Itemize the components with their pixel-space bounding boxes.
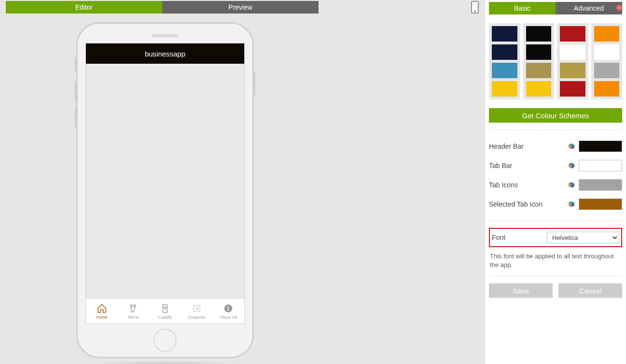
colour-row-label: Tab Bar (489, 162, 568, 169)
colour-chip[interactable] (579, 179, 622, 191)
app-tab-bar: Home Menu Loyalty % Coupons (86, 298, 244, 323)
phone-screen: businessapp Home Menu Loya (85, 43, 245, 324)
tab-advanced[interactable]: Advanced (556, 2, 622, 14)
tab-basic[interactable]: Basic (489, 2, 556, 14)
colour-row-tab-bar: Tab Bar (489, 156, 622, 175)
font-select[interactable]: Helvetica (547, 232, 619, 243)
cancel-button[interactable]: Cancel (558, 283, 622, 298)
panel-actions: Save Cancel (489, 283, 622, 298)
app-tab-menu[interactable]: Menu (118, 299, 150, 323)
scheme-swatch (492, 44, 517, 60)
scheme-swatch (560, 81, 585, 97)
app-content-area (86, 64, 244, 298)
scheme-swatch (594, 63, 620, 78)
phone-preview: businessapp Home Menu Loya (76, 22, 254, 360)
main-area: Editor Preview businessapp Home (0, 0, 485, 364)
font-help-text: This font will be applied to all text th… (489, 252, 622, 269)
app-tab-label: About Us (220, 315, 237, 320)
font-row: Font Helvetica (489, 228, 622, 247)
scheme-swatch (560, 63, 585, 78)
app-tab-label: Home (96, 315, 108, 320)
save-button[interactable]: Save (489, 283, 553, 298)
status-dot-icon (616, 5, 622, 11)
scheme-swatch (526, 26, 552, 42)
scheme-swatch (526, 81, 552, 97)
app-tab-label: Loyalty (158, 315, 172, 320)
colour-row-label: Tab Icons (489, 181, 568, 189)
phone-speaker (152, 34, 178, 37)
info-icon (223, 303, 234, 314)
divider (489, 129, 622, 130)
colour-row-label: Selected Tab Icon (489, 200, 568, 208)
main-tabs: Editor Preview (6, 1, 479, 14)
divider (489, 276, 622, 277)
tab-preview[interactable]: Preview (162, 1, 319, 14)
app-tab-loyalty[interactable]: Loyalty (149, 299, 181, 323)
app-tab-label: Coupons (188, 315, 206, 320)
scheme-swatch (492, 63, 517, 78)
colour-picker-icon[interactable] (568, 182, 575, 188)
svg-text:%: % (195, 307, 198, 310)
font-label: Font (492, 234, 547, 241)
divider (489, 221, 622, 221)
get-colour-schemes-button[interactable]: Get Colour Schemes (489, 108, 622, 123)
scheme-column[interactable] (523, 23, 555, 99)
colour-row-tab-icons: Tab Icons (489, 175, 622, 195)
phone-shadow (86, 361, 244, 364)
svg-rect-0 (163, 304, 167, 312)
scheme-swatch (492, 81, 517, 97)
colour-chip[interactable] (579, 198, 622, 210)
scheme-swatch (560, 44, 585, 60)
panel-tabs: Basic Advanced (489, 2, 622, 14)
tab-editor[interactable]: Editor (6, 1, 162, 14)
cup-icon (128, 303, 139, 314)
scheme-swatch (594, 81, 620, 97)
colour-picker-icon[interactable] (568, 162, 575, 169)
settings-panel: Basic Advanced (485, 0, 626, 364)
app-tab-about[interactable]: About Us (212, 299, 244, 323)
colour-scheme-grid (489, 23, 622, 99)
device-phone-icon[interactable] (471, 1, 479, 14)
home-icon (97, 303, 107, 314)
coupon-icon: % (192, 303, 202, 314)
phone-side-button (75, 107, 77, 127)
colour-row-header-bar: Header Bar (489, 137, 622, 156)
app-tab-coupons[interactable]: % Coupons (181, 299, 213, 323)
scheme-column[interactable] (557, 23, 588, 99)
scheme-swatch (594, 26, 620, 42)
colour-chip[interactable] (579, 140, 622, 152)
scheme-column[interactable] (489, 23, 520, 99)
scheme-swatch (526, 44, 552, 60)
colour-picker-icon[interactable] (568, 143, 575, 150)
svg-point-3 (228, 306, 229, 307)
device-heart-icon (160, 303, 170, 314)
colour-rows: Header Bar Tab Bar Tab Icons Selected Ta… (489, 137, 622, 214)
svg-rect-4 (228, 308, 229, 310)
app-tab-label: Menu (128, 315, 139, 320)
app-tab-home[interactable]: Home (86, 299, 118, 323)
scheme-column[interactable] (591, 23, 623, 99)
scheme-swatch (560, 26, 585, 42)
scheme-swatch (526, 63, 552, 78)
phone-side-button (253, 72, 255, 95)
colour-row-label: Header Bar (489, 142, 568, 150)
scheme-swatch (594, 44, 620, 60)
phone-side-button (75, 82, 77, 102)
scheme-swatch (492, 26, 517, 42)
phone-home-button (153, 329, 177, 352)
colour-row-selected-tab-icon: Selected Tab Icon (489, 195, 622, 214)
app-header-bar: businessapp (86, 43, 244, 64)
colour-chip[interactable] (579, 160, 622, 171)
colour-picker-icon[interactable] (568, 201, 575, 208)
phone-side-button (75, 57, 77, 71)
